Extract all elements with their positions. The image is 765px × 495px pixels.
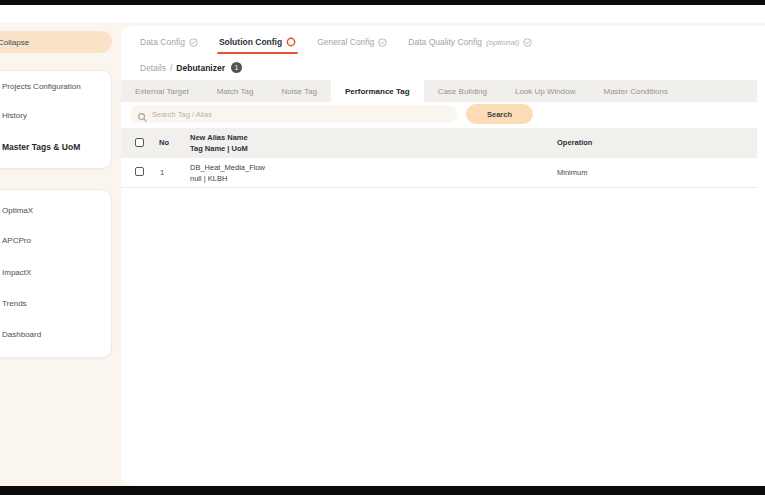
sidebar-item-apcpro[interactable]: APCPro — [2, 236, 31, 245]
step-general-config[interactable]: General Config — [317, 37, 387, 47]
step-data-config[interactable]: Data Config — [140, 37, 198, 47]
tab-match-tag[interactable]: Match Tag — [203, 80, 268, 102]
tab-external-target[interactable]: External Target — [121, 80, 203, 102]
step-general-config-label: General Config — [317, 37, 374, 47]
table-row: 1 DB_Heat_Media_Flow null | KLBH Minimum — [121, 158, 757, 188]
tab-master-conditions[interactable]: Master Conditions — [590, 80, 682, 102]
sidebar-item-dashboard[interactable]: Dashboard — [2, 330, 41, 339]
tab-case-building[interactable]: Case Building — [424, 80, 501, 102]
select-all-checkbox[interactable] — [135, 138, 144, 147]
breadcrumb-separator: / — [170, 63, 172, 73]
row-operation: Minimum — [557, 168, 587, 177]
sidebar-group-apps: OptimaX APCPro ImpactX Trends Dashboard — [0, 189, 112, 358]
sidebar-item-projects-configuration[interactable]: Projects Configuration — [2, 82, 81, 91]
sidebar-collapse-label: Collapse — [0, 38, 29, 47]
step-solution-config-label: Solution Config — [219, 37, 282, 47]
bottom-frame-bar — [0, 486, 765, 495]
sidebar-item-impactx[interactable]: ImpactX — [2, 268, 31, 277]
column-header-alias-line1: New Alias Name — [190, 132, 248, 143]
check-circle-icon — [378, 38, 387, 47]
table-header: No New Alias Name Tag Name | UoM Operati… — [121, 128, 757, 158]
sidebar-item-trends[interactable]: Trends — [2, 299, 27, 308]
tab-performance-tag[interactable]: Performance Tag — [331, 80, 424, 102]
column-header-alias-line2: Tag Name | UoM — [190, 143, 248, 154]
app-window: Collapse Projects Configuration History … — [0, 0, 765, 495]
sidebar-item-optimax[interactable]: OptimaX — [2, 206, 33, 215]
breadcrumb: Details / Debutanizer 1 — [140, 62, 242, 73]
row-checkbox[interactable] — [135, 167, 144, 176]
top-white-strip — [0, 5, 765, 23]
row-no: 1 — [160, 168, 164, 177]
step-data-config-label: Data Config — [140, 37, 185, 47]
sidebar-group-configuration: Projects Configuration History Master Ta… — [0, 70, 112, 169]
column-header-alias: New Alias Name Tag Name | UoM — [190, 132, 248, 154]
step-optional-suffix: (optional) — [486, 38, 519, 47]
breadcrumb-details-link[interactable]: Details — [140, 63, 166, 73]
breadcrumb-current-page: Debutanizer — [176, 63, 225, 73]
pending-circle-icon — [286, 37, 296, 47]
column-header-no: No — [159, 138, 169, 147]
count-badge: 1 — [231, 62, 242, 73]
column-header-operation: Operation — [557, 138, 592, 147]
row-alias: DB_Heat_Media_Flow null | KLBH — [190, 162, 265, 184]
step-data-quality-config[interactable]: Data Quality Config (optional) — [408, 37, 532, 47]
step-data-quality-config-label: Data Quality Config — [408, 37, 482, 47]
sidebar-item-history[interactable]: History — [2, 111, 27, 120]
tab-noise-tag[interactable]: Noise Tag — [267, 80, 330, 102]
tab-bar: External Target Match Tag Noise Tag Perf… — [121, 80, 757, 102]
check-circle-icon — [523, 38, 532, 47]
row-tag-uom: null | KLBH — [190, 173, 265, 184]
main-panel: Data Config Solution Config General Conf… — [121, 26, 765, 485]
search-button[interactable]: Search — [466, 104, 533, 124]
search-row: Search — [121, 102, 765, 128]
check-circle-icon — [189, 38, 198, 47]
active-step-underline — [217, 52, 298, 54]
tab-look-up-window[interactable]: Look Up Window — [501, 80, 589, 102]
row-alias-name: DB_Heat_Media_Flow — [190, 162, 265, 173]
config-stepper: Data Config Solution Config General Conf… — [140, 34, 532, 50]
step-solution-config[interactable]: Solution Config — [219, 37, 296, 47]
search-input[interactable] — [130, 105, 457, 123]
sidebar-item-master-tags-uom[interactable]: Master Tags & UoM — [2, 142, 80, 152]
sidebar-collapse-button[interactable]: Collapse — [0, 31, 112, 53]
